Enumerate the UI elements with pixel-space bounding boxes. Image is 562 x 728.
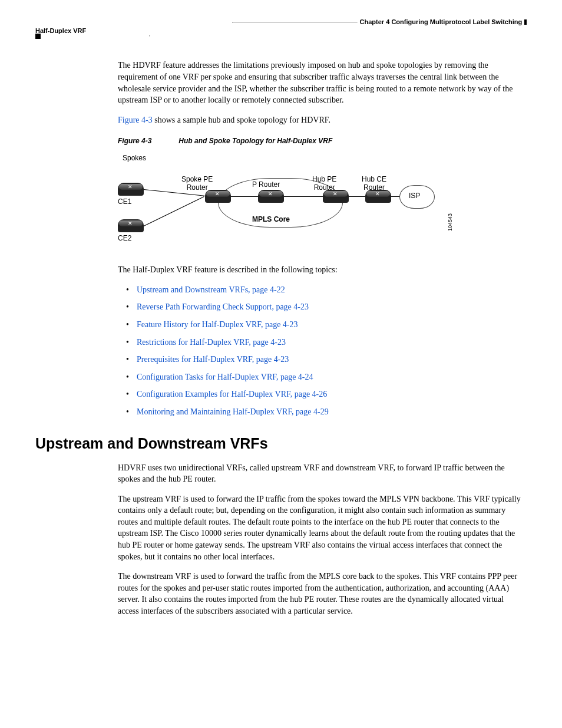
topic-link[interactable]: Configuration Tasks for Half-Duplex VRF,…	[128, 371, 527, 383]
router-icon	[258, 190, 284, 203]
label-spoke-pe: Spoke PE Router	[181, 176, 213, 192]
topic-link[interactable]: Upstream and Downstream VRFs, page 4-22	[128, 284, 527, 296]
paragraph: The HDVRF feature addresses the limitati…	[118, 60, 527, 106]
label-ce1: CE1	[118, 198, 131, 206]
paragraph: The downstream VRF is used to forward th…	[118, 571, 527, 617]
header-marker-icon	[524, 19, 527, 25]
router-icon	[205, 190, 231, 203]
label-spokes: Spokes	[123, 154, 146, 163]
topic-link[interactable]: Reverse Path Forwarding Check Support, p…	[128, 301, 527, 313]
router-icon	[118, 183, 144, 196]
label-isp: ISP	[409, 192, 420, 200]
label-mpls-core: MPLS Core	[252, 216, 290, 224]
figure-id: 104543	[447, 213, 454, 231]
topic-link[interactable]: Restrictions for Half-Duplex VRF, page 4…	[128, 337, 527, 348]
figure-caption: Figure 4-3 Hub and Spoke Topology for Ha…	[118, 136, 527, 146]
topology-diagram: Spokes CE1 CE2 Spoke PE Router P Router …	[118, 154, 527, 255]
figure-reference-link[interactable]: Figure 4-3	[118, 116, 153, 124]
paragraph: HDVRF uses two unidirectional VRFs, call…	[118, 462, 527, 485]
router-icon	[365, 190, 391, 203]
figure-number: Figure 4-3	[118, 136, 177, 146]
paragraph: The upstream VRF is used to forward the …	[118, 493, 527, 563]
paragraph: The Half-Duplex VRF feature is described…	[118, 264, 527, 276]
router-icon	[323, 190, 349, 203]
router-icon	[118, 219, 144, 232]
label-ce2: CE2	[118, 235, 131, 243]
topic-link[interactable]: Monitoring and Maintaining Half-Duplex V…	[128, 406, 527, 418]
section-heading: Upstream and Downstream VRFs	[35, 433, 527, 454]
figure-title: Hub and Spoke Topology for Half-Duplex V…	[178, 137, 332, 145]
content-block: The HDVRF feature addresses the limitati…	[118, 60, 527, 417]
header-marker-icon	[35, 34, 41, 39]
topic-link[interactable]: Configuration Examples for Half-Duplex V…	[128, 388, 527, 400]
topic-list: Upstream and Downstream VRFs, page 4-22 …	[118, 284, 527, 418]
topic-link[interactable]: Prerequisites for Half-Duplex VRF, page …	[128, 354, 527, 365]
label-p-router: P Router	[252, 181, 280, 189]
paragraph: Figure 4-3 shows a sample hub and spoke …	[118, 114, 527, 126]
topic-link[interactable]: Feature History for Half-Duplex VRF, pag…	[128, 319, 527, 331]
header-chapter: Chapter 4 Configuring Multiprotocol Labe…	[360, 18, 523, 27]
text: shows a sample hub and spoke topology fo…	[153, 116, 330, 124]
